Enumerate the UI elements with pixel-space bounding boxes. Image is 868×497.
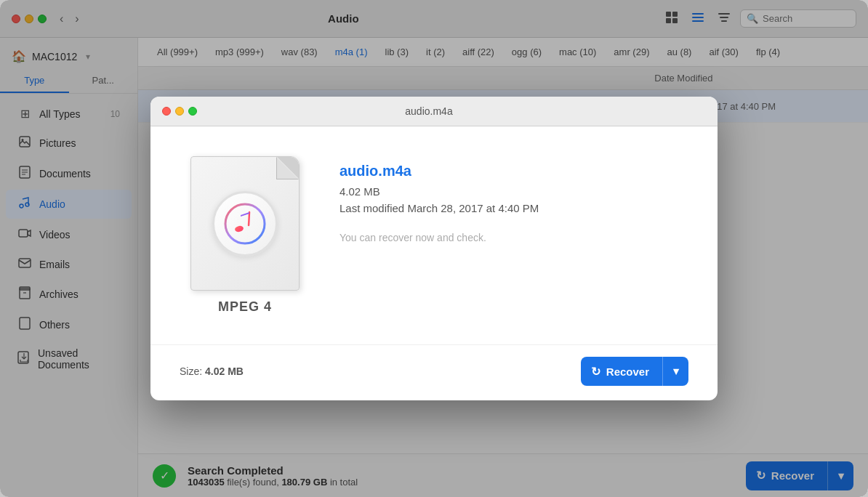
modal-file-date: Last modified March 28, 2017 at 4:40 PM	[339, 202, 688, 214]
size-value: 4.02 MB	[205, 365, 244, 377]
modal-recover-dropdown-button[interactable]: ▾	[662, 357, 688, 386]
modal-file-hint: You can recover now and check.	[339, 232, 688, 243]
modal-file-info: audio.m4a 4.02 MB Last modified March 28…	[339, 155, 688, 243]
modal-file-name: audio.m4a	[339, 163, 688, 179]
app-window: ‹ › Audio	[0, 0, 868, 497]
file-type-label: MPEG 4	[218, 299, 272, 315]
modal-content-row: MPEG 4 audio.m4a 4.02 MB Last modified M…	[180, 155, 688, 315]
modal-recover-label: Recover	[606, 365, 649, 378]
modal-file-size: 4.02 MB	[339, 185, 688, 198]
music-icon-circle	[212, 191, 278, 256]
modal-chevron-down-icon: ▾	[673, 365, 679, 378]
modal-size-text: Size: 4.02 MB	[180, 365, 244, 377]
modal-recover-button[interactable]: ↻ Recover ▾	[581, 357, 688, 386]
modal-dialog: audio.m4a	[150, 97, 718, 400]
svg-point-23	[225, 204, 265, 243]
file-preview-icon: MPEG 4	[180, 155, 310, 315]
mpeg4-icon-inner: MPEG 4	[180, 155, 310, 315]
modal-recover-text: ↻ Recover	[581, 357, 662, 386]
modal-refresh-icon: ↻	[591, 365, 600, 379]
modal-titlebar: audio.m4a	[150, 97, 718, 126]
modal-overlay[interactable]: audio.m4a	[0, 0, 868, 497]
size-label: Size:	[180, 365, 202, 377]
modal-footer: Size: 4.02 MB ↻ Recover ▾	[150, 344, 718, 400]
modal-body: MPEG 4 audio.m4a 4.02 MB Last modified M…	[150, 126, 718, 344]
file-page	[190, 156, 300, 291]
modal-title: audio.m4a	[152, 105, 706, 117]
